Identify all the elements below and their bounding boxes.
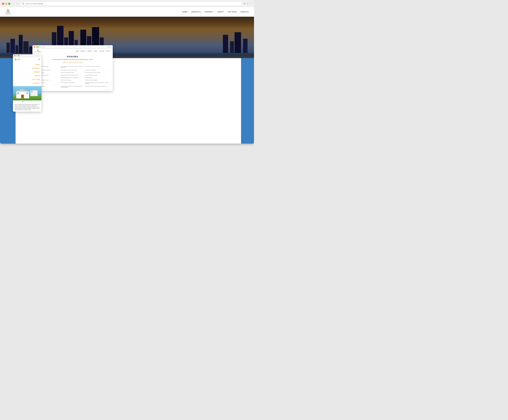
benefit-14: English-speaking doctors that are Americ… (61, 77, 84, 79)
mid-back-btn[interactable]: ‹ (39, 46, 40, 48)
panama-highlight: Stable USD economy / Rule of law / Safe … (36, 61, 109, 63)
mid-nav-contact[interactable]: CONTACT (106, 51, 111, 52)
outer-nav-buttons: ‹ › (13, 2, 18, 5)
mid-address-bar[interactable]: 🔍 (42, 46, 107, 48)
outer-website: 🏠 PACIFIC AMBER HOME PROJECTS PANAMA ▾ A… (0, 7, 254, 144)
mid-nav-panama[interactable]: PANAMA ▾ (87, 51, 92, 52)
mid-more-btn[interactable]: ⋯ (110, 46, 112, 48)
nav-projects[interactable]: PROJECTS (191, 11, 201, 13)
benefit-11: First class health services (John Hopkin… (61, 74, 84, 76)
property-description: Since 2006 Jardines del Rompío provides … (13, 103, 41, 112)
small-nav-about[interactable]: ABOUT (35, 75, 40, 77)
small-logo-icon: 🏠 (15, 58, 17, 60)
panama-title: PANAMA (36, 56, 109, 58)
nav-about[interactable]: ABOUT (217, 11, 224, 13)
small-refresh-btn[interactable]: ↻ (37, 55, 38, 56)
outer-nav-menu: HOME PROJECTS PANAMA ▾ ABOUT THE TEAM CO… (182, 11, 249, 13)
property-image: 🌴 (13, 86, 41, 100)
small-nav-home[interactable]: HOME (36, 64, 40, 65)
mid-nav-about[interactable]: ABOUT (94, 51, 97, 52)
small-fwd-btn[interactable]: › (21, 55, 22, 56)
outer-toolbar-icons: ↻ ☆ ⋯ (244, 2, 252, 5)
dot-2[interactable] (24, 101, 24, 102)
small-min-btn[interactable] (16, 55, 17, 56)
bookmark-button[interactable]: ☆ (247, 2, 249, 5)
small-nav-panama[interactable]: PANAMA (34, 71, 40, 73)
refresh-button[interactable]: ↻ (244, 2, 246, 5)
mid-nav-the-team[interactable]: THE TEAM (99, 51, 104, 52)
dot-8[interactable] (31, 101, 32, 102)
mid-refresh-btn[interactable]: ↻ (108, 46, 109, 48)
forward-button[interactable]: › (16, 2, 18, 5)
mid-logo-icon: 🏠 (37, 50, 39, 51)
main-content-area: ‹ › 🔍 ↻ ⋯ 🏠 (0, 58, 254, 144)
mid-fwd-btn[interactable]: › (40, 46, 41, 48)
benefit-8: Inclusive and inviting domestic policies (61, 72, 84, 74)
benefit-17: Popular cruise ship destination (61, 79, 84, 81)
mid-max-btn[interactable] (37, 46, 39, 48)
small-close-btn[interactable] (14, 55, 15, 56)
more-button[interactable]: ⋯ (250, 2, 252, 5)
benefit-15: Retire on little money (85, 77, 109, 79)
benefit-2: Pensionado Program: wide-ranging discoun… (61, 66, 84, 69)
small-browser: ‹ › ↻ ⋯ 🏠 PACIFIC AMBER (13, 54, 41, 112)
mid-logo: 🏠 PACIFIC AMBER (34, 50, 41, 52)
mid-nav-home[interactable]: HOME (76, 51, 79, 52)
benefit-5: Foreign residences enjoy same rights as … (61, 69, 84, 71)
nav-panama[interactable]: PANAMA ▾ (205, 11, 214, 13)
small-nav-contact[interactable]: CONTACT (33, 83, 40, 84)
carousel-dots (13, 100, 41, 103)
benefits-grid: Stable & democratic political system Pen… (36, 66, 109, 88)
small-browser-toolbar: ‹ › ↻ ⋯ (13, 54, 41, 57)
panama-subtitle: WORLD'S BEST RETIREMENT DESTINATION BY I… (36, 59, 109, 60)
small-back-btn[interactable]: ‹ (21, 55, 21, 56)
small-more-btn[interactable]: ⋯ (39, 55, 40, 56)
mid-traffic-lights (34, 46, 39, 48)
mid-nav-projects[interactable]: PROJECTS (80, 51, 86, 52)
structure-window (31, 91, 32, 92)
minimize-button[interactable] (5, 3, 7, 5)
small-site-nav: 🏠 PACIFIC AMBER ☰ (13, 57, 41, 61)
small-max-btn[interactable] (18, 55, 19, 56)
outer-traffic-lights (2, 3, 10, 5)
mid-min-btn[interactable] (36, 46, 37, 48)
small-nav-menu: HOME PROJECTS PANAMA ABOUT THE TEAM CONT… (13, 61, 41, 86)
benefit-21: Sportsmen's & Birdwatcher's paradise (95… (85, 82, 109, 85)
benefit-18: Live well and enjoy a quality lifestyle (85, 79, 109, 81)
maximize-button[interactable] (8, 3, 10, 5)
small-logo: 🏠 PACIFIC AMBER (15, 58, 21, 60)
benefit-6: Leading eco-tourism destination (85, 69, 109, 71)
close-button[interactable] (2, 3, 4, 5)
logo-text-line2: AMBER (6, 13, 11, 15)
nav-home[interactable]: HOME (182, 11, 187, 13)
small-traffic-lights (14, 55, 19, 56)
small-nav-the-team[interactable]: THE TEAM (32, 79, 40, 80)
dot-1[interactable] (22, 101, 23, 102)
dot-5[interactable] (28, 101, 28, 102)
dot-4[interactable] (26, 101, 27, 102)
mid-nav-menu: HOME PROJECTS PANAMA ▾ ABOUT THE TEAM CO… (76, 50, 111, 52)
dot-7[interactable] (30, 101, 31, 102)
nav-contact[interactable]: CONTACT (240, 11, 249, 13)
outer-site-nav: 🏠 PACIFIC AMBER HOME PROJECTS PANAMA ▾ A… (0, 7, 254, 17)
back-button[interactable]: ‹ (13, 2, 15, 5)
second-structure (30, 90, 37, 96)
outer-address-bar[interactable]: 🔍 (20, 1, 242, 6)
center-area: ‹ › 🔍 ↻ ⋯ 🏠 (15, 58, 241, 144)
small-address-bar[interactable] (23, 55, 36, 56)
mid-logo-text: PACIFIC AMBER (34, 51, 41, 52)
dot-3[interactable] (25, 101, 26, 102)
address-input[interactable] (25, 3, 240, 5)
mid-panama-section: PANAMA WORLD'S BEST RETIREMENT DESTINATI… (32, 53, 113, 91)
search-icon: 🔍 (22, 2, 24, 5)
mid-close-btn[interactable] (34, 46, 35, 48)
nav-the-team[interactable]: THE TEAM (228, 11, 237, 13)
small-nav-btns: ‹ › (21, 55, 22, 56)
house-body (16, 91, 29, 98)
panama-highlight-line1: Stable USD economy / Rule of law / Safe (63, 61, 82, 62)
hamburger-menu-icon[interactable]: ☰ (38, 58, 40, 60)
dot-6[interactable] (29, 101, 30, 102)
benefit-20: Modern infrastructure throughout Panama (61, 82, 84, 85)
logo-text-line1: PACIFIC (5, 12, 11, 13)
small-nav-projects[interactable]: PROJECTS (32, 68, 40, 69)
